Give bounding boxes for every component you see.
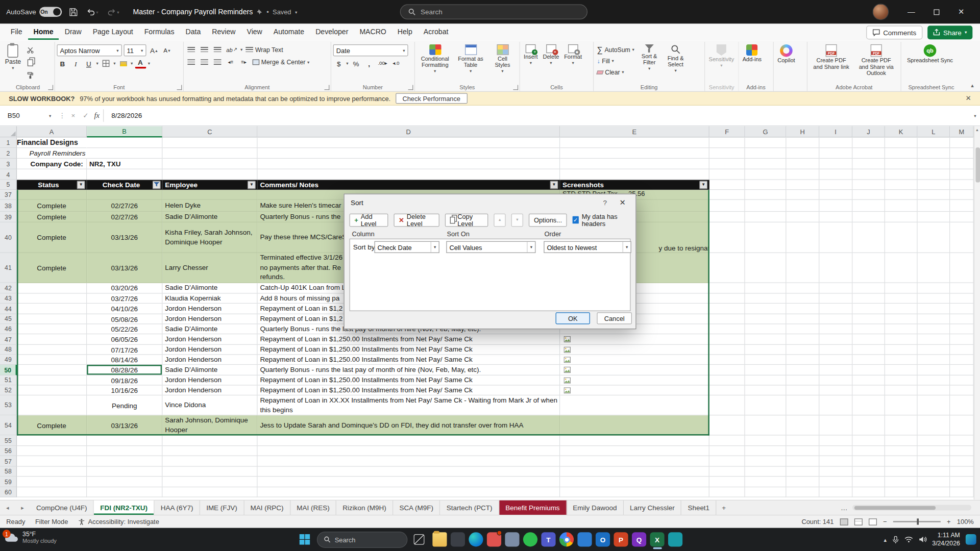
zoom-slider[interactable] xyxy=(893,521,941,522)
cell-B44[interactable]: 04/10/26 xyxy=(87,304,162,314)
comments-button[interactable]: Comments xyxy=(866,26,922,39)
cell-H40[interactable] xyxy=(786,222,819,253)
ribbon-tab-page-layout[interactable]: Page Layout xyxy=(87,24,139,40)
column-header-M[interactable]: M xyxy=(950,126,974,137)
cell-I1[interactable] xyxy=(819,137,852,148)
sensitivity-button[interactable]: Sensitivity▾ xyxy=(707,43,736,68)
taskbar-app-app-blue[interactable] xyxy=(576,530,593,549)
sheet-tab-benefit-premiums[interactable]: Benefit Premiums xyxy=(499,500,567,515)
row-header-51[interactable]: 51 xyxy=(0,375,17,386)
cell-C2[interactable] xyxy=(162,148,257,159)
cell-F49[interactable] xyxy=(709,355,745,365)
cell-D3[interactable] xyxy=(257,159,560,169)
cell-C39[interactable]: Sadie D'Alimonte xyxy=(162,212,257,222)
cell-F38[interactable] xyxy=(709,200,745,212)
accounting-format-button[interactable]: $ xyxy=(333,58,345,69)
cell-J48[interactable] xyxy=(852,345,885,355)
column-header-K[interactable]: K xyxy=(885,126,918,137)
increase-font-button[interactable]: A▴ xyxy=(148,45,159,56)
cell-H58[interactable] xyxy=(786,467,819,477)
cell-M60[interactable] xyxy=(950,487,974,497)
cell-F3[interactable] xyxy=(709,159,745,169)
cell-M51[interactable] xyxy=(950,375,974,386)
cell-A53[interactable] xyxy=(17,395,87,415)
ribbon-tab-home[interactable]: Home xyxy=(28,24,59,40)
font-size-combo[interactable]: 11▾ xyxy=(124,44,146,56)
row-header-5[interactable]: 5 xyxy=(0,180,17,190)
cancel-button[interactable]: Cancel xyxy=(597,312,632,324)
maximize-button[interactable] xyxy=(924,0,949,24)
cell-E47[interactable] xyxy=(560,334,709,345)
row-header-55[interactable]: 55 xyxy=(0,435,17,446)
start-button[interactable] xyxy=(296,530,313,549)
align-center-button[interactable] xyxy=(199,57,210,67)
bold-button[interactable]: B xyxy=(57,58,68,69)
cell-I4[interactable] xyxy=(819,169,852,180)
cell-B38[interactable]: 02/27/26 xyxy=(87,200,162,212)
sheet-tab-larry-chessler[interactable]: Larry Chessler xyxy=(624,500,681,515)
cell-D2[interactable] xyxy=(257,148,560,159)
cell-A58[interactable] xyxy=(17,467,87,477)
cell-K54[interactable] xyxy=(885,415,918,435)
cell-D58[interactable] xyxy=(257,467,560,477)
cell-D48[interactable]: Repayment of Loan in $1,250.00 Installme… xyxy=(257,345,560,355)
cell-C59[interactable] xyxy=(162,477,257,487)
cell-M47[interactable] xyxy=(950,334,974,345)
cell-J60[interactable] xyxy=(852,487,885,497)
column-header-B[interactable]: B xyxy=(87,126,162,137)
cell-B54[interactable]: 03/13/26 xyxy=(87,415,162,435)
cell-M57[interactable] xyxy=(950,456,974,467)
cell-D59[interactable] xyxy=(257,477,560,487)
cell-B52[interactable]: 10/16/26 xyxy=(87,386,162,396)
cell-K55[interactable] xyxy=(885,435,918,446)
cell-F58[interactable] xyxy=(709,467,745,477)
ribbon-tab-review[interactable]: Review xyxy=(206,24,241,40)
cell-A37[interactable] xyxy=(17,190,87,200)
insert-function-button[interactable]: fx xyxy=(94,111,100,120)
dialog-help-button[interactable]: ? xyxy=(594,198,616,206)
cell-E59[interactable] xyxy=(560,477,709,487)
cell-F42[interactable] xyxy=(709,283,745,294)
cell-F46[interactable] xyxy=(709,324,745,335)
cell-H42[interactable] xyxy=(786,283,819,294)
number-format-combo[interactable]: Date▾ xyxy=(333,44,408,56)
cell-K52[interactable] xyxy=(885,386,918,396)
cell-I45[interactable] xyxy=(819,314,852,324)
cell-H41[interactable] xyxy=(786,253,819,283)
cell-L41[interactable] xyxy=(918,253,950,283)
cell-K4[interactable] xyxy=(885,169,918,180)
ribbon-tab-macro[interactable]: MACRO xyxy=(354,24,391,40)
cell-G50[interactable] xyxy=(745,365,787,375)
column-header-I[interactable]: I xyxy=(819,126,852,137)
cell-M52[interactable] xyxy=(950,386,974,396)
cell-C54[interactable]: Sarah Johnson, Dominique Hooper xyxy=(162,415,257,435)
cell-C57[interactable] xyxy=(162,456,257,467)
cell-I39[interactable] xyxy=(819,212,852,222)
cell-J57[interactable] xyxy=(852,456,885,467)
cell-F45[interactable] xyxy=(709,314,745,324)
font-color-button[interactable]: A xyxy=(135,58,146,69)
cell-M50[interactable] xyxy=(950,365,974,375)
cell-J45[interactable] xyxy=(852,314,885,324)
cell-B58[interactable] xyxy=(87,467,162,477)
taskbar-app-app-dark[interactable] xyxy=(449,530,467,549)
cell-A41[interactable]: Complete xyxy=(17,253,87,283)
row-header-38[interactable]: 38 xyxy=(0,200,17,212)
format-painter-button[interactable] xyxy=(24,70,36,81)
cell-L48[interactable] xyxy=(918,345,950,355)
select-all-corner[interactable] xyxy=(0,126,17,137)
sort-dialog-titlebar[interactable]: Sort ? ✕ xyxy=(345,194,636,211)
cell-C58[interactable] xyxy=(162,467,257,477)
column-header-G[interactable]: G xyxy=(745,126,787,137)
cell-L4[interactable] xyxy=(918,169,950,180)
cell-J1[interactable] xyxy=(852,137,885,148)
cell-B59[interactable] xyxy=(87,477,162,487)
cell-M2[interactable] xyxy=(950,148,974,159)
filter-button-check-date[interactable] xyxy=(153,181,161,189)
row-header-44[interactable]: 44 xyxy=(0,304,17,314)
cell-K50[interactable] xyxy=(885,365,918,375)
font-dialog-launcher[interactable] xyxy=(177,85,182,90)
cell-I55[interactable] xyxy=(819,435,852,446)
alignment-dialog-launcher[interactable] xyxy=(325,85,330,90)
cell-L59[interactable] xyxy=(918,477,950,487)
